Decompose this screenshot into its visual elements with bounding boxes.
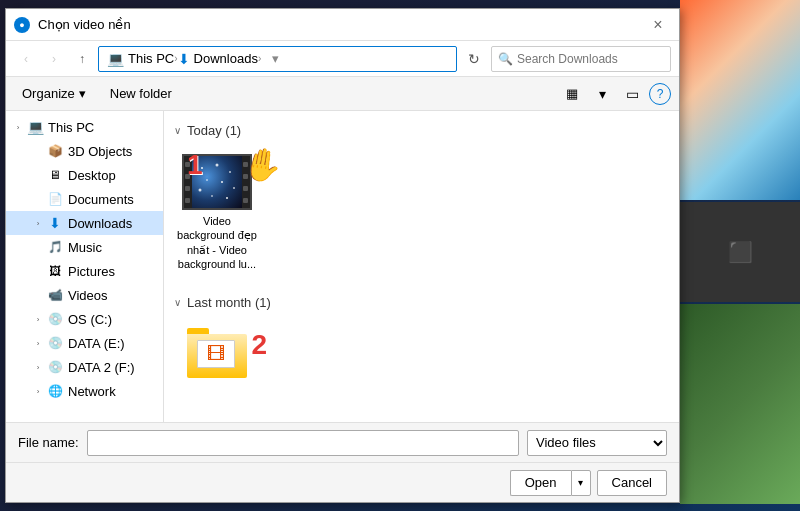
filetype-select[interactable]: Video files All files — [527, 430, 667, 456]
icon-music: 🎵 — [46, 239, 64, 255]
expand-data2f: › — [30, 359, 46, 375]
icon-pictures: 🖼 — [46, 263, 64, 279]
label-3dobjects: 3D Objects — [68, 144, 132, 159]
label-videos: Videos — [68, 288, 108, 303]
group-lastmonth[interactable]: ∨ Last month (1) — [172, 291, 671, 314]
path-downloads: ⬇ Downloads — [178, 51, 258, 67]
film-hole — [185, 198, 190, 203]
svg-point-3 — [206, 179, 208, 181]
bg-right-top — [680, 0, 800, 200]
icon-downloads: ⬇ — [46, 215, 64, 231]
open-button[interactable]: Open — [510, 470, 571, 496]
expand-music — [30, 239, 46, 255]
sidebar-item-data2f[interactable]: › 💿 DATA 2 (F:) — [6, 355, 163, 379]
organize-button[interactable]: Organize ▾ — [14, 82, 94, 106]
icon-desktop: 🖥 — [46, 167, 64, 183]
path-thispc: 💻 This PC — [107, 51, 174, 67]
group-lastmonth-label: Last month (1) — [187, 295, 271, 310]
forward-button[interactable]: › — [42, 47, 66, 71]
dialog-icon: ● — [14, 17, 30, 33]
search-icon: 🔍 — [498, 52, 513, 66]
sidebar-item-desktop[interactable]: 🖥 Desktop — [6, 163, 163, 187]
expand-network: › — [30, 383, 46, 399]
help-button[interactable]: ? — [649, 83, 671, 105]
sidebar-item-pictures[interactable]: 🖼 Pictures — [6, 259, 163, 283]
up-button[interactable]: ↑ — [70, 47, 94, 71]
expand-downloads: › — [30, 215, 46, 231]
path-dropdown-arrow[interactable]: ▾ — [265, 49, 285, 69]
file-folder1-thumb: 🎞 — [182, 326, 252, 382]
expand-videos — [30, 287, 46, 303]
refresh-button[interactable]: ↻ — [461, 46, 487, 72]
file-folder1[interactable]: 🎞 2 — [172, 322, 262, 386]
action-buttons: Open ▾ Cancel — [6, 462, 679, 502]
expand-documents — [30, 191, 46, 207]
file-area: ∨ Today (1) 1 — [164, 111, 679, 422]
expand-osc: › — [30, 311, 46, 327]
expand-pictures — [30, 263, 46, 279]
label-data2f: DATA 2 (F:) — [68, 360, 135, 375]
bg-right-mid: ⬛ — [680, 202, 800, 302]
open-arrow-button[interactable]: ▾ — [571, 470, 591, 496]
view-arrow-button[interactable]: ▾ — [589, 82, 615, 106]
bottom-bar: File name: Video files All files — [6, 422, 679, 462]
sidebar-item-downloads[interactable]: › ⬇ Downloads — [6, 211, 163, 235]
icon-documents: 📄 — [46, 191, 64, 207]
search-input[interactable] — [517, 52, 667, 66]
sidebar-item-thispc[interactable]: › 💻 This PC — [6, 115, 163, 139]
number-badge-1: 1 — [187, 149, 203, 181]
label-thispc: This PC — [48, 120, 94, 135]
svg-point-1 — [216, 164, 219, 167]
sidebar-item-videos[interactable]: 📹 Videos — [6, 283, 163, 307]
icon-datae: 💿 — [46, 335, 64, 351]
sidebar-item-osc[interactable]: › 💿 OS (C:) — [6, 307, 163, 331]
label-datae: DATA (E:) — [68, 336, 125, 351]
sidebar-item-network[interactable]: › 🌐 Network — [6, 379, 163, 403]
address-path[interactable]: 💻 This PC › ⬇ Downloads › ▾ — [98, 46, 457, 72]
bg-right-panel: ⬛ — [680, 0, 800, 511]
svg-point-8 — [226, 197, 228, 199]
open-btn-group: Open ▾ — [510, 470, 591, 496]
svg-point-6 — [233, 187, 235, 189]
label-downloads: Downloads — [68, 216, 132, 231]
folder-content: 🎞 — [197, 340, 235, 368]
label-music: Music — [68, 240, 102, 255]
view-icon-button[interactable]: ▦ — [559, 82, 585, 106]
filename-label: File name: — [18, 435, 79, 450]
icon-data2f: 💿 — [46, 359, 64, 375]
new-folder-button[interactable]: New folder — [102, 82, 180, 106]
expand-datae: › — [30, 335, 46, 351]
back-button[interactable]: ‹ — [14, 47, 38, 71]
label-pictures: Pictures — [68, 264, 115, 279]
path-sep2: › — [258, 53, 261, 64]
file-video1[interactable]: 1 — [172, 150, 262, 275]
toolbar: Organize ▾ New folder ▦ ▾ ▭ ? — [6, 77, 679, 111]
close-button[interactable]: × — [645, 12, 671, 38]
cancel-button[interactable]: Cancel — [597, 470, 667, 496]
icon-thispc: 💻 — [26, 119, 44, 135]
lastmonth-files: 🎞 2 — [172, 314, 671, 402]
filename-input[interactable] — [87, 430, 519, 456]
expand-3dobjects — [30, 143, 46, 159]
folder-icon-wrapper: 🎞 — [187, 328, 247, 380]
expand-desktop — [30, 167, 46, 183]
sidebar-item-3dobjects[interactable]: 📦 3D Objects — [6, 139, 163, 163]
file-dialog: ● Chọn video nền × ‹ › ↑ 💻 This PC › ⬇ D… — [5, 8, 680, 503]
svg-point-2 — [229, 171, 231, 173]
file-video1-label: Video background đẹp nhất - Video backgr… — [176, 214, 258, 271]
sidebar-item-music[interactable]: 🎵 Music — [6, 235, 163, 259]
folder-body: 🎞 — [187, 334, 247, 378]
title-bar: ● Chọn video nền × — [6, 9, 679, 41]
sidebar: › 💻 This PC 📦 3D Objects 🖥 Desktop 📄 Doc… — [6, 111, 164, 422]
panel-button[interactable]: ▭ — [619, 82, 645, 106]
sidebar-item-datae[interactable]: › 💿 DATA (E:) — [6, 331, 163, 355]
today-files: 1 — [172, 142, 671, 291]
sidebar-item-documents[interactable]: 📄 Documents — [6, 187, 163, 211]
label-documents: Documents — [68, 192, 134, 207]
label-osc: OS (C:) — [68, 312, 112, 327]
expand-thispc: › — [10, 119, 26, 135]
film-hole — [185, 186, 190, 191]
group-today[interactable]: ∨ Today (1) — [172, 119, 671, 142]
file-video1-thumb: 1 — [182, 154, 252, 210]
film-hole — [243, 198, 248, 203]
